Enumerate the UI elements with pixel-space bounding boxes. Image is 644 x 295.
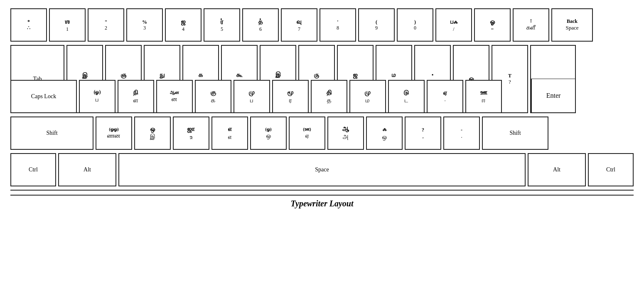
- key-alt-left[interactable]: Alt: [58, 153, 116, 186]
- key-j[interactable]: தி த: [311, 80, 347, 113]
- key-c[interactable]: ஜா உ: [173, 117, 209, 150]
- key-semicolon[interactable]: ஏ ·: [427, 80, 463, 113]
- key-quote[interactable]: ஊ ஈ: [465, 80, 502, 113]
- key-shift-left[interactable]: Shift: [10, 117, 93, 150]
- key-comma[interactable]: ஃ ஒ: [366, 117, 403, 150]
- key-3[interactable]: % 3: [126, 8, 163, 42]
- key-g[interactable]: மு ப: [234, 80, 270, 113]
- key-ctrl-left[interactable]: Ctrl: [10, 153, 56, 186]
- key-minus[interactable]: பஃ /: [435, 8, 472, 42]
- key-enter[interactable]: Enter: [530, 45, 576, 113]
- key-space[interactable]: Space: [118, 153, 526, 186]
- key-slash[interactable]: - .: [443, 117, 480, 150]
- row-numbers: * ∴ ஶ 1 " 2 % 3 ஜ 4 ர் 5 த் 6 வு 7: [10, 8, 634, 42]
- key-4[interactable]: ஜ 4: [165, 8, 202, 42]
- key-backtick[interactable]: * ∴: [10, 8, 47, 42]
- key-x[interactable]: ஒ இ: [134, 117, 171, 150]
- key-alt-right[interactable]: Alt: [528, 153, 586, 186]
- key-9[interactable]: ( 9: [358, 8, 395, 42]
- key-d[interactable]: ஆன ன: [156, 80, 193, 113]
- key-b[interactable]: (ஓ) ஒ: [250, 117, 287, 150]
- key-s[interactable]: நி ள: [118, 80, 154, 113]
- keyboard-layout: * ∴ ஶ 1 " 2 % 3 ஜ 4 ர் 5 த் 6 வு 7: [6, 4, 638, 213]
- key-ctrl-right[interactable]: Ctrl: [588, 153, 634, 186]
- keyboard-title: Typewriter Layout: [10, 195, 634, 208]
- key-m[interactable]: ஆ அ: [327, 117, 364, 150]
- key-6[interactable]: த் 6: [242, 8, 279, 42]
- key-capslock[interactable]: Caps Lock: [10, 80, 77, 113]
- key-2[interactable]: " 2: [88, 8, 124, 42]
- key-8[interactable]: ' 8: [320, 8, 356, 42]
- key-1[interactable]: ஶ 1: [49, 8, 86, 42]
- row-zxcv: Shift (ஓஓ) ணன ஒ இ ஜா உ எ எ (ஓ) ஒ (ஊ) ஏ ஆ…: [10, 117, 634, 150]
- title-divider: [10, 190, 634, 191]
- key-equals[interactable]: ஓ =: [474, 8, 511, 42]
- key-0[interactable]: ) 0: [397, 8, 433, 42]
- key-7[interactable]: வு 7: [281, 8, 317, 42]
- key-v[interactable]: எ எ: [211, 117, 248, 150]
- key-5[interactable]: ர் 5: [204, 8, 240, 42]
- key-h[interactable]: மூ ர: [272, 80, 309, 113]
- key-a[interactable]: (ஓ) ப: [79, 80, 116, 113]
- row-bottom: Ctrl Alt Space Alt Ctrl: [10, 153, 634, 186]
- key-period[interactable]: ? ,: [405, 117, 441, 150]
- key-l[interactable]: டு ட: [388, 80, 425, 113]
- key-backspace[interactable]: Back Space: [551, 8, 593, 42]
- key-del[interactable]: ! களீ: [513, 8, 549, 42]
- key-k[interactable]: மு ம: [349, 80, 386, 113]
- key-shift-right[interactable]: Shift: [482, 117, 548, 150]
- key-n[interactable]: (ஊ) ஏ: [289, 117, 325, 150]
- key-f[interactable]: கு க: [195, 80, 231, 113]
- key-z[interactable]: (ஓஓ) ணன: [96, 117, 132, 150]
